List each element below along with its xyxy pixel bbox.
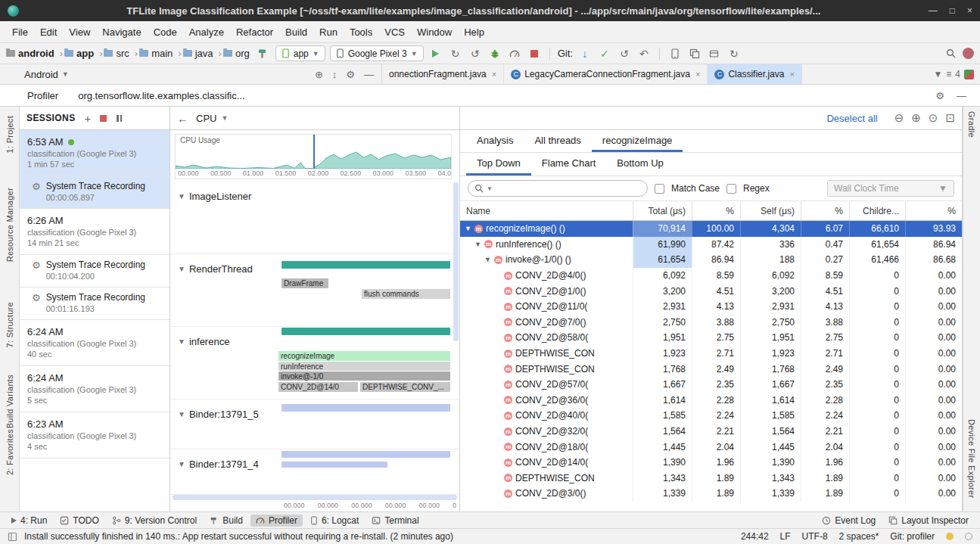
file-encoding[interactable]: UTF-8	[802, 531, 828, 542]
collapse-icon[interactable]: ▼	[178, 192, 185, 201]
hide-panel-icon[interactable]: —	[957, 90, 966, 101]
calltree-row[interactable]: m DEPTHWISE_CON 1,923 2.71 1,923 2.71 0 …	[460, 346, 962, 362]
column-name[interactable]: Name	[460, 206, 633, 216]
trace-event-bar[interactable]: flush commands	[362, 289, 450, 299]
stop-button[interactable]	[527, 46, 542, 61]
run-config-select[interactable]: app▼	[275, 45, 325, 61]
pause-live-button[interactable]	[116, 115, 123, 122]
menu-item[interactable]: Run	[313, 26, 344, 38]
close-icon[interactable]: ×	[789, 70, 794, 79]
column-total-pct[interactable]: %	[692, 201, 740, 220]
calltree-row[interactable]: ▼ m recognizeImage() () 70,914 100.00 4,…	[460, 221, 962, 237]
notification-icon[interactable]	[946, 533, 954, 540]
toolwindow-terminal[interactable]: Terminal	[366, 514, 424, 527]
git-commit-icon[interactable]: ✓	[597, 46, 612, 61]
collapse-icon[interactable]: ▼	[178, 460, 185, 468]
git-update-icon[interactable]: ↓	[577, 46, 593, 61]
expand-arrow-icon[interactable]: ▼	[484, 256, 493, 263]
trace-event-bar[interactable]: DrawFrame	[282, 278, 328, 288]
recording-item[interactable]: ⚙ System Trace Recording 00:01:16.193	[20, 288, 170, 320]
calltree-row[interactable]: m CONV_2D@58/0( 1,951 2.75 1,951 2.75 0 …	[460, 330, 962, 346]
git-branch[interactable]: Git: profiler	[890, 531, 935, 542]
toolwindow-layout-inspector[interactable]: Layout Inspector	[883, 514, 974, 527]
back-icon[interactable]: ←	[177, 112, 188, 125]
apply-changes-icon[interactable]: ↻	[448, 46, 463, 61]
breadcrumb-item[interactable]: java›	[183, 48, 222, 59]
expand-arrow-icon[interactable]: ▼	[474, 241, 484, 248]
toolwindow-profiler[interactable]: Profiler	[250, 514, 303, 527]
device-manager-icon[interactable]	[667, 46, 683, 61]
menu-item[interactable]: Window	[411, 26, 458, 38]
session-item[interactable]: 6:24 AM classification (Google Pixel 3) …	[20, 366, 170, 412]
calltree-row[interactable]: m CONV_2D@7/0() 2,750 3.88 2,750 3.88 0 …	[460, 315, 962, 331]
collapse-icon[interactable]: ▼	[178, 410, 185, 418]
column-self-pct[interactable]: %	[801, 201, 849, 220]
scroll-tabs-icon[interactable]: ▼	[933, 69, 942, 79]
tab-analysis[interactable]: Analysis	[466, 130, 524, 152]
calltree-row[interactable]: m CONV_2D@14/0( 1,390 1.96 1,390 1.96 0 …	[460, 455, 962, 471]
breadcrumb-item[interactable]: android›	[6, 48, 63, 59]
regex-checkbox[interactable]	[726, 184, 736, 194]
recording-item[interactable]: ⚙ System Trace Recording 00:00:05.897	[20, 176, 170, 209]
settings-icon[interactable]: ⚙	[935, 90, 944, 101]
thread-state-bar[interactable]	[282, 328, 450, 335]
tool-window-stripe-button[interactable]: Device File Explorer	[967, 419, 976, 498]
trace-event-bar[interactable]: runInference	[278, 362, 450, 371]
session-item[interactable]: 6:53 AM classification (Google Pixel 3) …	[20, 130, 170, 176]
menu-item[interactable]: Refactor	[230, 26, 279, 38]
calltree-row[interactable]: m CONV_2D@1/0() 3,200 4.51 3,200 4.51 0 …	[460, 283, 962, 299]
tool-window-stripe-button[interactable]: Build Variants	[5, 375, 14, 428]
user-avatar-icon[interactable]	[963, 48, 974, 59]
maximize-button[interactable]: □	[950, 5, 955, 16]
apply-code-changes-icon[interactable]: ↺	[468, 46, 483, 61]
indent-style[interactable]: 2 spaces*	[839, 531, 879, 542]
thread-row-imagelistener[interactable]: ▼ImageListener	[170, 182, 459, 254]
profiler-tool-label[interactable]: Profiler	[27, 90, 58, 101]
column-children-pct[interactable]: %	[905, 201, 962, 220]
menu-item[interactable]: Build	[279, 26, 313, 38]
collapse-all-icon[interactable]: ↕	[332, 69, 338, 80]
tool-window-stripe-button[interactable]: 7: Structure	[5, 302, 14, 347]
expand-arrow-icon[interactable]: ▼	[465, 225, 474, 232]
vertical-scrollbar[interactable]	[453, 182, 459, 341]
calltree-row[interactable]: m CONV_2D@11/0( 2,931 4.13 2,931 4.13 0 …	[460, 299, 962, 315]
minimize-button[interactable]: —	[929, 5, 938, 16]
new-session-button[interactable]: +	[85, 113, 92, 124]
tab-recognizeimage[interactable]: recognizeImage	[592, 130, 683, 152]
calltree-row[interactable]: m CONV_2D@40/0( 1,585 2.24 1,585 2.24 0 …	[460, 408, 962, 424]
thread-state-bar[interactable]	[282, 451, 450, 458]
hidden-tabs-icon[interactable]: ≡	[946, 69, 951, 79]
horizontal-scrollbar[interactable]	[173, 495, 457, 500]
status-message[interactable]: Install successfully finished in 140 ms.…	[24, 531, 453, 542]
trace-event-bar[interactable]: recognizeImage	[278, 351, 450, 361]
column-children[interactable]: Childre...	[849, 201, 905, 220]
calltree-row[interactable]: m DEPTHWISE_CON 1,343 1.89 1,343 1.89 0 …	[460, 471, 962, 486]
trace-event-bar[interactable]: CONV_2D@14/0	[278, 382, 358, 392]
run-button[interactable]	[428, 46, 443, 61]
build-hammer-icon[interactable]	[256, 46, 271, 61]
thread-row-binder5[interactable]: ▼Binder:13791_5	[170, 399, 459, 449]
session-item[interactable]: 6:23 AM classification (Google Pixel 3) …	[20, 412, 170, 459]
stop-session-button[interactable]	[100, 115, 107, 122]
breadcrumb-item[interactable]: org›	[223, 48, 250, 59]
menu-item[interactable]: Analyze	[183, 26, 230, 38]
debug-button[interactable]	[487, 46, 502, 61]
git-history-icon[interactable]: ↺	[617, 46, 632, 61]
sdk-manager-icon[interactable]	[707, 46, 722, 61]
breadcrumb-item[interactable]: main›	[139, 48, 182, 59]
zoom-in-button[interactable]: ⊕	[911, 111, 921, 125]
column-total[interactable]: Total (μs)	[633, 201, 692, 220]
timeline-cursor[interactable]	[313, 135, 315, 169]
project-view-selector[interactable]: Android	[24, 69, 58, 80]
toolwindow-todo[interactable]: TODO	[54, 514, 104, 527]
session-item[interactable]: 6:24 AM classification (Google Pixel 3) …	[20, 320, 170, 366]
close-icon[interactable]: ×	[492, 70, 496, 79]
close-icon[interactable]: ×	[695, 70, 700, 79]
profile-button[interactable]	[507, 46, 522, 61]
profiler-view-select[interactable]: CPU▼	[196, 113, 228, 124]
calltree-header[interactable]: Name Total (μs) % Self (μs) % Childre...…	[460, 201, 962, 221]
toolwindow-run[interactable]: 4: Run	[6, 514, 52, 527]
menu-item[interactable]: Help	[458, 26, 490, 38]
editor-tab-active[interactable]: C Classifier.java ×	[708, 64, 801, 84]
tab-flame-chart[interactable]: Flame Chart	[531, 153, 607, 176]
